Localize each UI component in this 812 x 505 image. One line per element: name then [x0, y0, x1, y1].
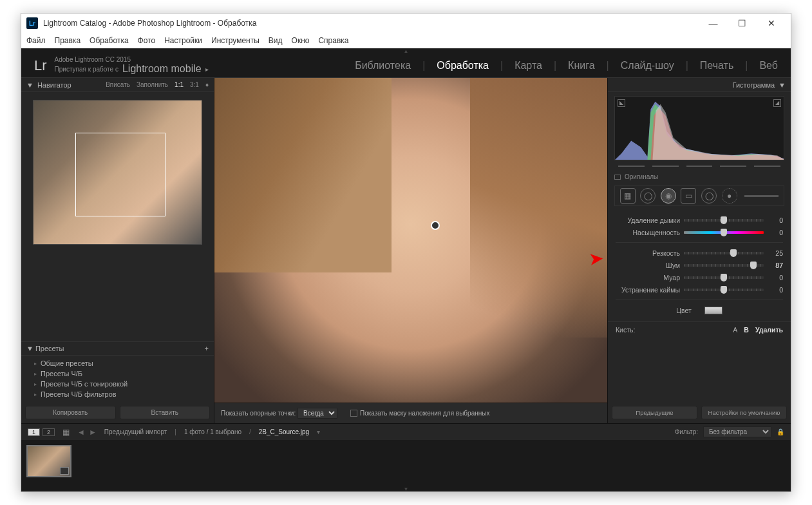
radial-tool-icon[interactable]: ◯	[701, 188, 717, 204]
collapse-bottom[interactable]	[21, 486, 791, 491]
brush-delete[interactable]: Удалить	[755, 326, 783, 334]
originals-checkbox[interactable]	[614, 175, 621, 180]
module-picker: Библиотека| Обработка| Карта| Книга| Сла…	[355, 60, 778, 71]
module-map[interactable]: Карта	[515, 60, 542, 71]
menu-view[interactable]: Вид	[269, 36, 283, 45]
redeye-tool-icon[interactable]: ◉	[661, 188, 676, 204]
brush-tool-icon[interactable]: ●	[722, 188, 737, 204]
module-print[interactable]: Печать	[700, 60, 733, 71]
brand-prefix: Приступая к работе с	[55, 66, 118, 73]
right-panel: Гистограмма ▼ ◣ ◢ Оригиналы ▦ ◯	[607, 78, 791, 423]
slider-label-noise: Шум	[616, 262, 680, 269]
photo-canvas[interactable]	[214, 78, 607, 403]
brand-line1: Adobe Lightroom CC 2015	[55, 56, 209, 63]
defaults-button[interactable]: Настройки по умолчанию	[701, 406, 787, 419]
menu-tools[interactable]: Инструменты	[211, 36, 260, 45]
clip-shadow-icon[interactable]: ◣	[618, 99, 625, 107]
adjustment-pin[interactable]	[431, 221, 440, 230]
preset-item[interactable]: Общие пресеты	[21, 358, 214, 368]
filter-select[interactable]: Без фильтра	[703, 426, 771, 437]
slider-label-dehaze: Удаление дымки	[616, 216, 680, 224]
brush-label: Кисть:	[616, 326, 635, 334]
breadcrumb-source[interactable]: Предыдущий импорт	[104, 428, 167, 435]
preset-item[interactable]: Пресеты Ч/Б с тонировкой	[21, 379, 214, 389]
brush-a[interactable]: A	[733, 326, 737, 334]
slider-moire[interactable]	[684, 276, 764, 279]
histogram[interactable]: ◣ ◢	[614, 96, 784, 160]
menu-develop[interactable]: Обработка	[90, 36, 129, 45]
show-points-select[interactable]: Всегда	[297, 408, 337, 419]
color-swatch[interactable]	[704, 307, 722, 314]
menu-photo[interactable]: Фото	[138, 36, 156, 45]
clip-highlight-icon[interactable]: ◢	[773, 99, 781, 107]
tool-slider[interactable]	[744, 195, 779, 197]
show-mask-label: Показать маску наложения для выбранных	[360, 410, 489, 417]
module-library[interactable]: Библиотека	[355, 60, 411, 71]
chevron-down-icon[interactable]: ▼	[26, 81, 33, 89]
left-panel: ▼Навигатор Вписать Заполнить 1:1 3:1 ♦ ▼…	[21, 78, 214, 423]
menu-file[interactable]: Файл	[26, 36, 46, 45]
brand-text: Adobe Lightroom CC 2015 Приступая к рабо…	[55, 56, 209, 75]
previous-button[interactable]: Предыдущие	[612, 406, 697, 419]
add-preset-button[interactable]: +	[205, 345, 209, 352]
slider-noise[interactable]	[684, 264, 764, 267]
zoom-more-icon[interactable]: ♦	[205, 81, 209, 88]
preset-item[interactable]: Пресеты Ч/Б фильтров	[21, 389, 214, 399]
app-icon: Lr	[26, 17, 38, 29]
preset-item[interactable]: Пресеты Ч/Б	[21, 368, 214, 379]
slider-label-saturation: Насыщенность	[616, 229, 680, 236]
close-button[interactable]: ✕	[757, 14, 786, 33]
slider-label-moire: Муар	[616, 274, 680, 281]
zoom-fill[interactable]: Заполнить	[137, 81, 168, 88]
chevron-down-icon[interactable]: ▼	[26, 345, 33, 352]
navigator-preview[interactable]	[33, 100, 202, 245]
slider-sharpness[interactable]	[684, 252, 764, 254]
module-slideshow[interactable]: Слайд-шоу	[621, 60, 674, 71]
show-mask-checkbox[interactable]	[350, 410, 357, 417]
crop-tool-icon[interactable]: ▦	[620, 188, 636, 204]
module-web[interactable]: Веб	[759, 60, 778, 71]
brush-b[interactable]: B	[744, 326, 749, 334]
copy-button[interactable]: Копировать	[25, 406, 116, 419]
view-1[interactable]: 1	[28, 428, 40, 436]
presets-title: Пресеты	[35, 345, 64, 352]
view-2[interactable]: 2	[42, 428, 55, 436]
tool-strip: ▦ ◯ ◉ ▭ ◯ ●	[614, 186, 784, 206]
maximize-button[interactable]: ☐	[728, 14, 757, 33]
slider-defringe[interactable]	[684, 289, 764, 291]
brand-arrow[interactable]: ▸	[205, 66, 209, 73]
zoom-3-1[interactable]: 3:1	[190, 81, 199, 88]
module-book[interactable]: Книга	[568, 60, 594, 71]
minimize-button[interactable]: —	[699, 14, 728, 33]
menu-help[interactable]: Справка	[318, 36, 348, 45]
preset-list: Общие пресеты Пресеты Ч/Б Пресеты Ч/Б с …	[21, 356, 214, 402]
prev-photo-icon[interactable]: ◄	[77, 428, 85, 437]
originals-label: Оригиналы	[625, 173, 658, 180]
slider-saturation[interactable]	[684, 231, 764, 234]
slider-dehaze[interactable]	[684, 219, 764, 222]
lock-icon[interactable]: 🔒	[777, 428, 784, 435]
module-develop[interactable]: Обработка	[437, 60, 489, 71]
zoom-1-1[interactable]: 1:1	[175, 81, 184, 88]
gradient-tool-icon[interactable]: ▭	[681, 188, 696, 204]
spot-tool-icon[interactable]: ◯	[640, 188, 656, 204]
zoom-fit[interactable]: Вписать	[106, 81, 130, 88]
menu-window[interactable]: Окно	[292, 36, 310, 45]
current-filename[interactable]: 2B_C_Source.jpg	[259, 428, 309, 435]
lr-logo: Lr	[34, 57, 47, 74]
center-toolbar: Показать опорные точки: Всегда Показать …	[214, 403, 607, 423]
brand-mobile[interactable]: Lightroom mobile	[122, 63, 202, 75]
chevron-down-icon[interactable]: ▼	[779, 81, 786, 89]
thumbnail[interactable]	[26, 445, 71, 477]
grid-icon[interactable]: ▦	[62, 428, 70, 437]
menu-settings[interactable]: Настройки	[164, 36, 202, 45]
collapse-top[interactable]	[21, 48, 791, 53]
navigator-frame[interactable]	[75, 133, 165, 216]
menubar: Файл Правка Обработка Фото Настройки Инс…	[21, 33, 791, 48]
svg-marker-0	[615, 102, 784, 160]
menu-edit[interactable]: Правка	[55, 36, 81, 45]
next-photo-icon[interactable]: ►	[89, 428, 97, 437]
paste-button[interactable]: Вставить	[120, 406, 211, 419]
photo-count: 1 фото / 1 выбрано	[184, 428, 241, 435]
window-title: Lightroom Catalog - Adobe Photoshop Ligh…	[43, 19, 699, 28]
